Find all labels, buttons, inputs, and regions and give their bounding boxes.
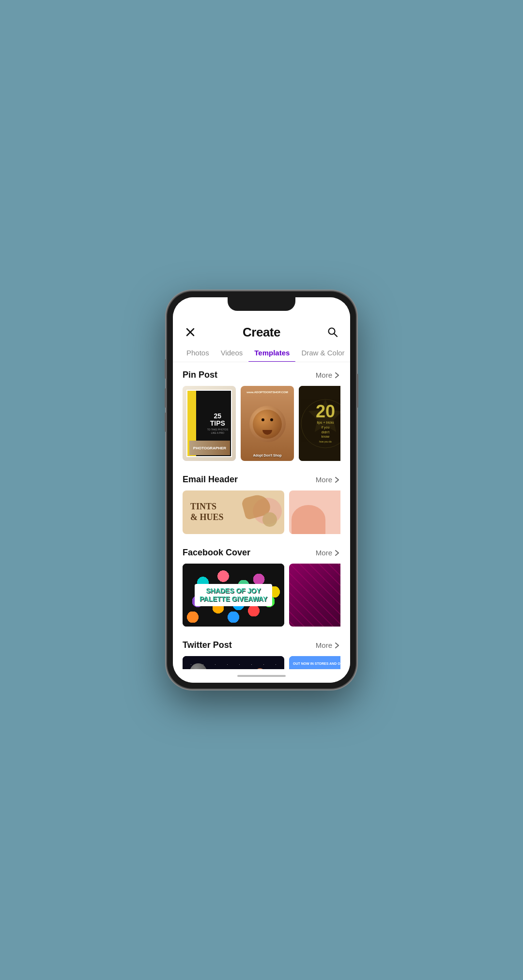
page-title: Create xyxy=(243,325,280,340)
facebook-cover-section: Facebook Cover More SHADES OF JOYPALETTE… xyxy=(173,540,350,632)
phone-notch xyxy=(228,297,295,311)
phone-frame: Create Photos Videos Templates Draw & Co… xyxy=(167,291,356,689)
tw-card-moon-magic[interactable]: Moon Magic A guide to the moon phases in… xyxy=(183,656,284,669)
fb-card-shades-joy[interactable]: SHADES OF JOYPALETTE GIVEAWAY xyxy=(183,564,284,627)
fb-card-electric[interactable]: PARTY PLA... Electric EST. 20... xyxy=(289,564,340,627)
home-indicator xyxy=(173,669,350,683)
email-card-tints-hues[interactable]: TINTS& HUES xyxy=(183,490,284,534)
phone-screen: Create Photos Videos Templates Draw & Co… xyxy=(173,297,350,683)
tab-videos[interactable]: Videos xyxy=(215,344,249,362)
facebook-cover-more-button[interactable]: More xyxy=(316,549,340,557)
pin-post-cards: 25TIPS TO TAKE PHOTOSLIKE A PRO PHOTOGRA… xyxy=(183,386,340,463)
email-header-header: Email Header More xyxy=(183,475,340,485)
close-button[interactable] xyxy=(183,324,198,340)
tab-bar: Photos Videos Templates Draw & Color xyxy=(173,344,350,362)
facebook-cover-cards: SHADES OF JOYPALETTE GIVEAWAY PARTY PLA.… xyxy=(183,564,340,628)
facebook-cover-header: Facebook Cover More xyxy=(183,548,340,558)
email-header-cards: TINTS& HUES HEL xyxy=(183,490,340,536)
home-bar xyxy=(237,675,286,677)
pin-post-section: Pin Post More 25TIPS xyxy=(173,362,350,467)
twitter-post-section: Twitter Post More Moon xyxy=(173,632,350,669)
tab-draw-color[interactable]: Draw & Color xyxy=(295,344,350,362)
pin-card-tips20[interactable]: 20 tips + tricksif youdidn'tknowhow you … xyxy=(299,386,340,461)
facebook-cover-title: Facebook Cover xyxy=(183,548,250,558)
app-header: Create xyxy=(173,319,350,344)
email-header-section: Email Header More TINTS& HUES xyxy=(173,467,350,540)
tab-photos[interactable]: Photos xyxy=(181,344,215,362)
pin-post-header: Pin Post More xyxy=(183,370,340,380)
search-button[interactable] xyxy=(325,324,340,340)
twitter-post-more-button[interactable]: More xyxy=(316,641,340,649)
email-card-hello[interactable]: HEL xyxy=(289,490,340,534)
svg-line-3 xyxy=(334,334,337,337)
twitter-post-cards: Moon Magic A guide to the moon phases in… xyxy=(183,656,340,669)
twitter-post-title: Twitter Post xyxy=(183,640,232,650)
screen-content[interactable]: Create Photos Videos Templates Draw & Co… xyxy=(173,319,350,669)
email-header-more-button[interactable]: More xyxy=(316,475,340,484)
email-header-title: Email Header xyxy=(183,475,238,485)
pin-post-more-button[interactable]: More xyxy=(316,371,340,379)
pin-card-dog[interactable]: www.ADOPTDONTSHOP.COM A xyxy=(241,386,294,461)
tab-templates[interactable]: Templates xyxy=(248,344,295,362)
pin-card-tips25[interactable]: 25TIPS TO TAKE PHOTOSLIKE A PRO PHOTOGRA… xyxy=(183,386,236,461)
tw-card-jeans[interactable]: OUT NOW IN STORES AND O... JEANSCOLLEC G… xyxy=(289,656,340,669)
twitter-post-header: Twitter Post More xyxy=(183,640,340,650)
pin-post-title: Pin Post xyxy=(183,370,217,380)
